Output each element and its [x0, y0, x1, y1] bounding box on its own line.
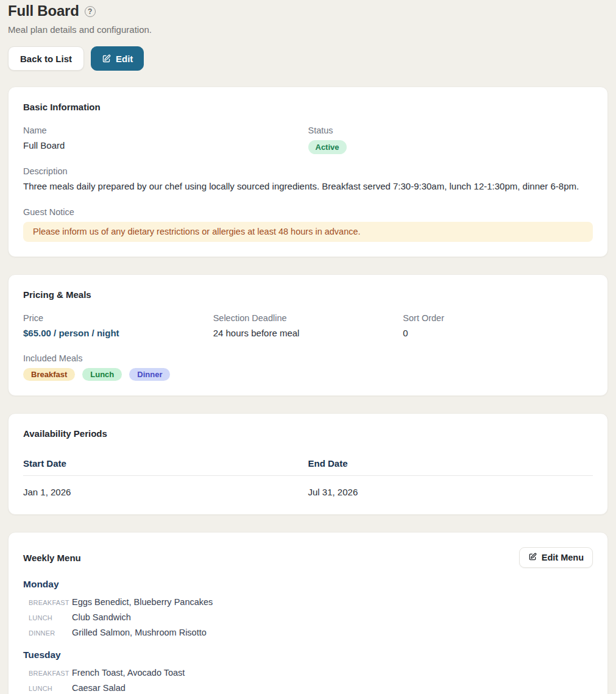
edit-menu-button[interactable]: Edit Menu [519, 547, 593, 568]
weekly-menu-card: Weekly Menu Edit Menu Monday Breakfast E… [8, 532, 608, 694]
name-label: Name [23, 126, 308, 135]
edit-menu-icon [528, 553, 537, 563]
meal-type-label: Dinner [29, 629, 72, 637]
meal-row: Breakfast French Toast, Avocado Toast [23, 668, 593, 678]
weekly-menu-header: Weekly Menu Edit Menu [23, 547, 593, 568]
meal-plan-detail-page: Full Board ? Meal plan details and confi… [0, 0, 616, 694]
name-value: Full Board [23, 140, 308, 152]
dinner-pill: Dinner [129, 368, 170, 381]
meal-items: Eggs Benedict, Blueberry Pancakes [72, 597, 213, 607]
meal-type-label: Lunch [29, 614, 72, 621]
end-date-value: Jul 31, 2026 [308, 487, 593, 497]
sort-order-value: 0 [403, 328, 593, 339]
back-to-list-button[interactable]: Back to List [8, 46, 84, 71]
header-actions: Back to List Edit [8, 46, 608, 71]
availability-heading: Availability Periods [23, 428, 593, 439]
pricing-meals-heading: Pricing & Meals [23, 289, 593, 300]
availability-table-header: Start Date End Date [23, 458, 593, 476]
sort-order-field: Sort Order 0 [403, 313, 593, 354]
guest-notice-field: Guest Notice Please inform us of any die… [23, 207, 593, 242]
price-field: Price $65.00 / person / night [23, 313, 213, 339]
page-subtitle: Meal plan details and configuration. [8, 24, 608, 35]
page-title: Full Board [8, 2, 79, 19]
edit-button-label: Edit [116, 54, 133, 64]
selection-deadline-value: 24 hours before meal [213, 328, 403, 339]
basic-information-heading: Basic Information [23, 102, 593, 112]
price-value: $65.00 / person / night [23, 328, 213, 338]
status-badge: Active [308, 140, 347, 154]
meal-type-label: Lunch [29, 685, 72, 692]
edit-icon [102, 54, 111, 63]
sort-order-label: Sort Order [403, 313, 593, 323]
edit-button[interactable]: Edit [91, 46, 144, 71]
status-label: Status [308, 126, 593, 135]
selection-deadline-label: Selection Deadline [213, 313, 403, 323]
meal-items: Club Sandwich [72, 612, 131, 622]
included-meals-field: Included Meals Breakfast Lunch Dinner [23, 353, 593, 381]
breakfast-pill: Breakfast [23, 368, 75, 381]
day-heading: Tuesday [23, 650, 593, 660]
availability-periods-card: Availability Periods Start Date End Date… [8, 413, 608, 515]
selection-deadline-field: Selection Deadline 24 hours before meal [213, 313, 403, 339]
start-date-column-header: Start Date [23, 458, 308, 469]
availability-table-row: Jan 1, 2026 Jul 31, 2026 [23, 476, 593, 500]
weekly-menu-heading: Weekly Menu [23, 553, 81, 563]
back-to-list-label: Back to List [20, 54, 72, 64]
meal-row: Lunch Caesar Salad [23, 683, 593, 693]
meal-type-label: Breakfast [29, 599, 72, 606]
lunch-pill: Lunch [82, 368, 122, 381]
meal-type-label: Breakfast [29, 670, 72, 677]
pricing-grid: Price $65.00 / person / night Selection … [23, 313, 593, 354]
help-icon[interactable]: ? [85, 6, 96, 17]
status-field: Status Active [308, 126, 593, 166]
meal-items: Grilled Salmon, Mushroom Risotto [72, 628, 207, 637]
description-field: Description Three meals daily prepared b… [23, 166, 593, 193]
price-label: Price [23, 313, 213, 323]
meal-items: French Toast, Avocado Toast [72, 668, 185, 678]
guest-notice-box: Please inform us of any dietary restrict… [23, 222, 593, 242]
day-block-tuesday: Tuesday Breakfast French Toast, Avocado … [23, 650, 593, 694]
included-meals-label: Included Meals [23, 353, 593, 363]
page-header: Full Board ? [8, 1, 608, 19]
description-label: Description [23, 166, 593, 176]
day-block-monday: Monday Breakfast Eggs Benedict, Blueberr… [23, 579, 593, 637]
basic-information-grid: Name Full Board Status Active [23, 126, 593, 166]
description-value: Three meals daily prepared by our chef u… [23, 181, 593, 193]
meal-row: Lunch Club Sandwich [23, 612, 593, 622]
included-meals-pills: Breakfast Lunch Dinner [23, 368, 593, 381]
meal-items: Caesar Salad [72, 683, 126, 693]
meal-row: Breakfast Eggs Benedict, Blueberry Panca… [23, 597, 593, 607]
day-heading: Monday [23, 579, 593, 590]
guest-notice-label: Guest Notice [23, 207, 593, 217]
pricing-meals-card: Pricing & Meals Price $65.00 / person / … [8, 274, 608, 397]
meal-row: Dinner Grilled Salmon, Mushroom Risotto [23, 628, 593, 637]
name-field: Name Full Board [23, 126, 308, 152]
start-date-value: Jan 1, 2026 [23, 487, 308, 497]
basic-information-card: Basic Information Name Full Board Status… [8, 87, 608, 257]
end-date-column-header: End Date [308, 458, 593, 469]
edit-menu-label: Edit Menu [542, 553, 584, 562]
